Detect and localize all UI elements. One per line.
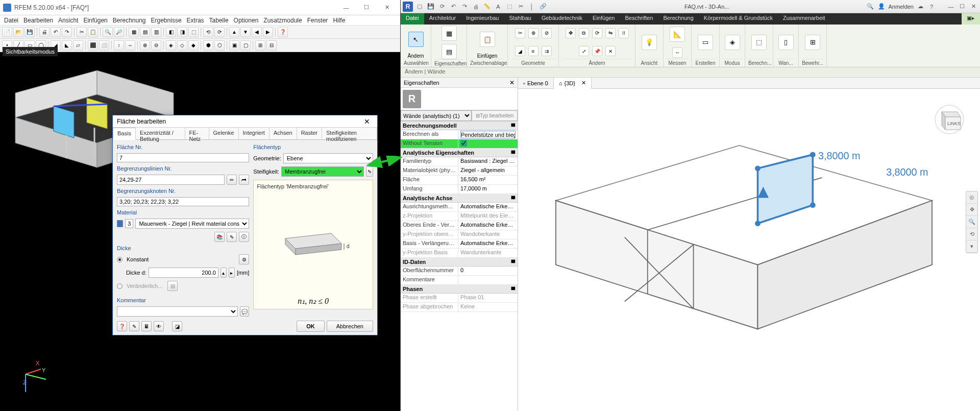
dialog-close-icon[interactable]: ✕	[361, 117, 373, 126]
cloud-icon[interactable]: ☁	[916, 2, 925, 11]
qat-link-icon[interactable]: 🔗	[538, 2, 548, 11]
cat-analytic-axis[interactable]: Analytische Achse⯀	[401, 194, 518, 203]
qat-save-icon[interactable]: 💾	[426, 2, 435, 11]
ribbon-tab-zusammenarbeit[interactable]: Zusammenarbeit	[778, 13, 830, 25]
mirror-icon[interactable]: ⇋	[605, 28, 616, 38]
dim-icon[interactable]: ↔	[672, 47, 682, 58]
tool-icon[interactable]: ↔	[125, 40, 135, 51]
type-selector[interactable]: R	[401, 88, 518, 110]
view-canvas[interactable]: 3,8000 m 3,8000 m LINKS ◎ ✥ 🔍 ⟲ ▾	[518, 89, 980, 411]
array-icon[interactable]: ⁞⁞	[619, 28, 629, 38]
tool-icon[interactable]: ↷	[62, 27, 72, 37]
copy-icon[interactable]: ⧉	[579, 28, 589, 38]
tool-icon[interactable]: ⟲	[203, 27, 213, 37]
tool-icon[interactable]: ↕	[114, 40, 124, 51]
stiffness-select[interactable]: Membranzugfrei	[281, 166, 364, 177]
tool-icon[interactable]: 📋	[88, 27, 98, 37]
menu-ergebnisse[interactable]: Ergebnisse	[151, 17, 182, 24]
pick-lines-icon[interactable]: ✏	[227, 175, 237, 185]
analyze-icon[interactable]: ⬚	[751, 35, 767, 50]
wall-icon[interactable]: ▯	[778, 35, 794, 50]
view-cube[interactable]: LINKS	[934, 104, 965, 135]
tool-icon[interactable]: ◇	[177, 40, 187, 51]
delete-icon[interactable]: ✕	[605, 46, 616, 56]
geometry-select[interactable]: Ebene	[283, 153, 373, 163]
units-icon[interactable]: ✎	[129, 321, 139, 331]
create-icon[interactable]: ▭	[698, 35, 713, 50]
type-props-icon[interactable]: ▤	[442, 44, 457, 59]
ribbon-tab-koerpermodell[interactable]: Körpermodell & Grundstück	[699, 13, 778, 25]
spinner-up-icon[interactable]: ▴	[220, 268, 227, 278]
view-icon[interactable]: 💡	[642, 35, 657, 50]
without-tension-checkbox[interactable]	[460, 140, 467, 147]
cat-analytic-props[interactable]: Analytische Eigenschaften⯀	[401, 149, 518, 157]
ribbon-tab-ingenieurbau[interactable]: Ingenieurbau	[461, 13, 504, 25]
thickness-extra-icon[interactable]: ⚙	[239, 254, 249, 264]
tool-icon[interactable]: ▲	[229, 27, 239, 37]
thickness-d-input[interactable]	[149, 268, 218, 278]
boundary-lines-input[interactable]	[117, 175, 225, 185]
min-button[interactable]: —	[336, 2, 356, 14]
boundary-nodes-input[interactable]	[117, 197, 249, 206]
tool-icon[interactable]: ▦	[129, 27, 139, 37]
rotate-icon[interactable]: ⟳	[592, 28, 602, 38]
help-icon[interactable]: ?	[927, 2, 936, 11]
tab-bettung[interactable]: Exzentrizität / Bettung	[136, 128, 185, 139]
view-tab-3d[interactable]: ⌂{3D}✕	[554, 78, 592, 89]
tool-icon[interactable]: ◆	[188, 40, 199, 51]
dialog-titlebar[interactable]: Fläche bearbeiten ✕	[113, 115, 377, 128]
ribbon-tab-gebaeudetechnik[interactable]: Gebäudetechnik	[536, 13, 587, 25]
paste-icon[interactable]: 📋	[480, 32, 495, 47]
tool-icon[interactable]: ❓	[278, 27, 288, 37]
cat-id-data[interactable]: ID-Daten⯀	[401, 258, 518, 267]
login-link[interactable]: Anmelden	[888, 4, 914, 10]
help-icon[interactable]: ❓	[117, 321, 127, 331]
cat-calc-model[interactable]: Berechnungsmodell⯀	[401, 122, 518, 130]
close-button[interactable]: ✕	[969, 2, 978, 11]
tool-icon[interactable]: 📂	[13, 27, 23, 37]
align-icon[interactable]: ≡	[528, 46, 538, 56]
tool-icon[interactable]: ⬛	[88, 40, 98, 51]
tool-icon[interactable]: ⬜	[99, 40, 109, 51]
ribbon-tab-stahlbau[interactable]: Stahlbau	[504, 13, 536, 25]
tab-raster[interactable]: Raster	[297, 128, 322, 139]
move-icon[interactable]: ✥	[566, 28, 576, 38]
menu-zusatzmodule[interactable]: Zusatzmodule	[263, 17, 302, 24]
tab-achsen[interactable]: Achsen	[270, 128, 297, 139]
menu-ansicht[interactable]: Ansicht	[58, 17, 78, 24]
join-icon[interactable]: ⊕	[528, 28, 538, 38]
stepper-icon[interactable]: ▸	[229, 268, 235, 278]
tool-icon[interactable]: 🔎	[114, 27, 124, 37]
pin-icon[interactable]: 📌	[592, 46, 602, 56]
extras-icon[interactable]: ◪	[172, 321, 182, 331]
qat-measure-icon[interactable]: 📏	[482, 2, 492, 11]
tool-icon[interactable]: ▼	[240, 27, 251, 37]
modify-cursor-icon[interactable]: ↖	[408, 32, 424, 47]
tool-icon[interactable]: 💾	[24, 27, 35, 37]
panel-close-icon[interactable]: ✕	[509, 79, 514, 86]
qat-open-icon[interactable]: ▢	[415, 2, 424, 11]
properties-header[interactable]: Eigenschaften ✕	[401, 78, 518, 88]
search-icon[interactable]: 🔍	[866, 2, 875, 11]
qat-text-icon[interactable]: A	[494, 2, 503, 11]
properties-icon[interactable]: ▦	[442, 26, 457, 41]
ribbon-tab-einfuegen[interactable]: Einfügen	[587, 13, 620, 25]
cut-geom-icon[interactable]: ✂	[515, 28, 525, 38]
tool-icon[interactable]: ◧	[166, 27, 176, 37]
max-button[interactable]: ☐	[958, 2, 967, 11]
tool-icon[interactable]: ◨	[177, 27, 187, 37]
element-filter-select[interactable]: Wände (analytisch) (1)	[401, 110, 472, 121]
nav-more-icon[interactable]: ▾	[966, 240, 977, 253]
min-button[interactable]: —	[946, 2, 955, 11]
tool-icon[interactable]: ⊖	[151, 40, 161, 51]
thickness-variable-radio[interactable]	[117, 283, 122, 289]
tool-icon[interactable]: ▱	[73, 40, 83, 51]
tool-icon[interactable]: ⟳	[214, 27, 225, 37]
revit-app-icon[interactable]: R	[403, 2, 413, 12]
menu-hilfe[interactable]: Hilfe	[333, 17, 345, 24]
menu-optionen[interactable]: Optionen	[234, 17, 259, 24]
tool-icon[interactable]: ◣	[62, 40, 72, 51]
tool-icon[interactable]: ◀	[252, 27, 262, 37]
view-tab-ebene0[interactable]: ▫Ebene 0	[518, 78, 554, 88]
calc-as-input[interactable]	[460, 131, 516, 138]
